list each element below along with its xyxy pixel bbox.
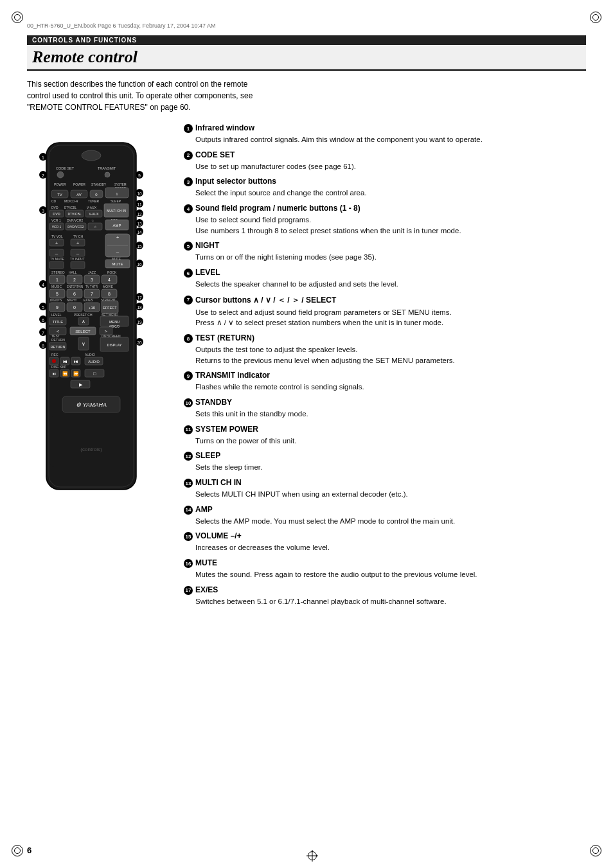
section-1: 1Infrared windowOutputs infrared control… — [184, 123, 586, 145]
svg-text:8: 8 — [108, 292, 111, 296]
svg-text:TV: TV — [57, 193, 62, 197]
svg-text:ENTERTAIN: ENTERTAIN — [67, 285, 83, 288]
svg-text:NIGHT: NIGHT — [67, 298, 77, 302]
svg-text:MOVIE: MOVIE — [103, 285, 114, 288]
section-11: 11SYSTEM POWERTurns on the power of this… — [184, 425, 586, 447]
svg-text:LEVEL: LEVEL — [51, 313, 62, 317]
svg-text:14: 14 — [137, 230, 142, 235]
section-title-14: 14AMP — [184, 505, 586, 515]
svg-text:18: 18 — [137, 305, 142, 310]
descriptions: 1Infrared windowOutputs infrared control… — [184, 123, 586, 612]
svg-text:DISPLAY: DISPLAY — [107, 343, 122, 347]
svg-text:POWER: POWER — [73, 182, 85, 186]
svg-text:6: 6 — [42, 318, 44, 323]
section-title-text: TRANSMIT indicator — [195, 371, 270, 380]
svg-text:⏩: ⏩ — [73, 371, 79, 376]
section-title-text: SYSTEM POWER — [195, 425, 258, 434]
svg-rect-155 — [49, 416, 133, 467]
section-title-9: 9TRANSMIT indicator — [184, 371, 586, 380]
svg-text:17: 17 — [137, 296, 142, 300]
svg-text:10: 10 — [137, 191, 142, 196]
svg-text:DTV/CBL: DTV/CBL — [64, 206, 77, 209]
svg-text:–: – — [116, 249, 120, 254]
section-title-text: MUTE — [195, 558, 217, 567]
section-body-15: Increases or decreases the volume level. — [195, 542, 586, 553]
section-5: 5NIGHTTurns on or off the night listenin… — [184, 241, 586, 263]
svg-text:DVD: DVD — [51, 206, 58, 209]
svg-text:MD/CD-R: MD/CD-R — [64, 199, 78, 203]
section-title-5: 5NIGHT — [184, 241, 586, 251]
section-13: 13MULTI CH INSelects MULTI CH INPUT when… — [184, 478, 586, 500]
section-number-badge: 17 — [184, 586, 193, 595]
page-number: 6 — [27, 846, 31, 855]
section-body-5: Turns on or off the night listening mode… — [195, 252, 586, 263]
svg-text:＜: ＜ — [55, 328, 60, 334]
section-9: 9TRANSMIT indicatorFlashes while the rem… — [184, 371, 586, 393]
section-title-text: CODE SET — [195, 150, 235, 159]
svg-text:–: – — [55, 251, 58, 256]
svg-text:CODE SET: CODE SET — [56, 166, 75, 170]
svg-text:15: 15 — [137, 244, 142, 249]
svg-text:⚙ YAMAHA: ⚙ YAMAHA — [76, 402, 107, 408]
svg-text:⏪: ⏪ — [62, 371, 68, 376]
section-number-badge: 11 — [184, 425, 193, 434]
section-number-badge: 14 — [184, 506, 193, 515]
svg-text:HALL: HALL — [69, 270, 77, 274]
section-body-17: Switches between 5.1 or 6.1/7.1-channel … — [195, 596, 586, 607]
svg-text:TV CH: TV CH — [73, 235, 83, 238]
svg-text:13: 13 — [137, 222, 142, 226]
svg-text:PRESET CH: PRESET CH — [74, 313, 93, 317]
section-number-badge: 1 — [184, 124, 193, 133]
svg-text:1: 1 — [42, 155, 44, 160]
section-body-13: Selects MULTI CH INPUT when using an ext… — [195, 489, 586, 500]
svg-text:4: 4 — [42, 283, 44, 287]
section-title-text: Input selector buttons — [195, 177, 276, 186]
svg-text:AMP: AMP — [112, 224, 121, 227]
two-column-layout: CODE SET TRANSMIT POWER POWER STANDBY SY… — [27, 123, 586, 612]
corner-decoration-br — [590, 845, 601, 856]
section-10: 10STANDBYSets this unit in the standby m… — [184, 398, 586, 420]
svg-text:⏮: ⏮ — [63, 359, 67, 364]
svg-text:∨: ∨ — [82, 341, 85, 347]
svg-text:TRANSMIT: TRANSMIT — [98, 166, 116, 170]
remote-svg: CODE SET TRANSMIT POWER POWER STANDBY SY… — [27, 123, 155, 509]
svg-text:RETURN: RETURN — [51, 345, 66, 349]
svg-text:16: 16 — [137, 262, 142, 267]
svg-text:＞: ＞ — [103, 328, 109, 334]
svg-text:TUNER: TUNER — [88, 199, 100, 203]
section-number-badge: 9 — [184, 371, 193, 380]
section-title-16: 16MUTE — [184, 558, 586, 568]
section-3: 3Input selector buttonsSelect the input … — [184, 177, 586, 199]
svg-text:7: 7 — [42, 331, 44, 335]
section-7: 7Cursor buttons ∧ / ∨ / ＜ / ＞ / SELECTUs… — [184, 295, 586, 328]
section-title-text: NIGHT — [195, 241, 219, 250]
corner-decoration-tl — [12, 12, 23, 23]
svg-text:REC: REC — [51, 353, 58, 357]
section-2: 2CODE SETUse to set up manufacturer code… — [184, 150, 586, 172]
svg-text:DVR/VCR2: DVR/VCR2 — [67, 225, 84, 229]
section-title-text: SLEEP — [195, 451, 220, 460]
svg-text:2: 2 — [42, 173, 44, 178]
svg-text:JAZZ: JAZZ — [88, 270, 96, 274]
svg-text:⏭: ⏭ — [74, 359, 78, 364]
svg-text:DVR/VCR2: DVR/VCR2 — [67, 218, 84, 222]
svg-text:POWER: POWER — [54, 182, 66, 186]
svg-text:20: 20 — [137, 341, 142, 345]
svg-text:(controls): (controls) — [80, 447, 102, 452]
svg-text:+: + — [55, 240, 58, 246]
intro-text: This section describes the function of e… — [27, 78, 265, 113]
section-title-text: EX/ES — [195, 585, 218, 594]
svg-text:8: 8 — [42, 344, 44, 348]
section-title-text: Cursor buttons ∧ / ∨ / ＜ / ＞ / SELECT — [195, 295, 336, 306]
svg-text:DIG/DTS: DIG/DTS — [50, 299, 62, 302]
svg-text:19: 19 — [137, 320, 142, 324]
svg-text:EFFECT: EFFECT — [103, 306, 117, 310]
section-body-11: Turns on the power of this unit. — [195, 436, 586, 447]
section-title-text: Infrared window — [195, 123, 254, 132]
svg-text:12: 12 — [137, 212, 142, 217]
svg-text:STEREO: STEREO — [51, 270, 65, 274]
section-title-17: 17EX/ES — [184, 585, 586, 595]
svg-text:∧: ∧ — [82, 319, 85, 324]
section-number-badge: 7 — [184, 296, 193, 305]
svg-text:MENU: MENU — [109, 320, 120, 324]
